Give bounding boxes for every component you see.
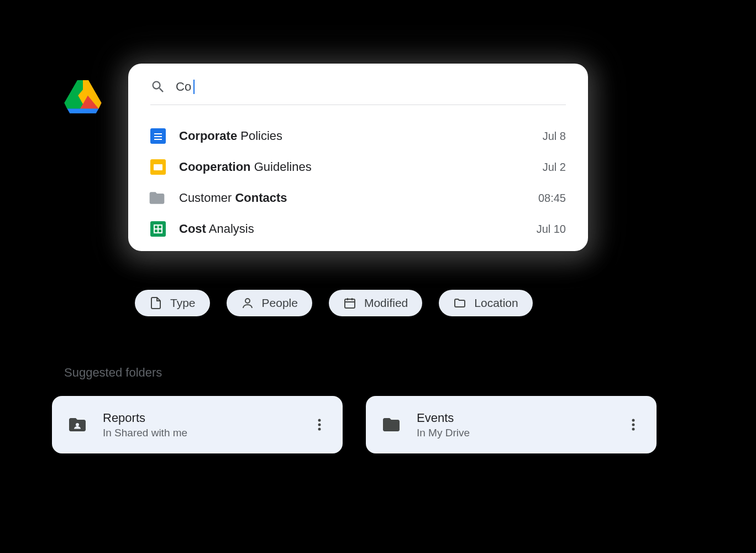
svg-point-0 <box>245 299 250 303</box>
svg-point-7 <box>318 424 321 426</box>
folder-card[interactable]: Reports In Shared with me <box>52 396 343 453</box>
more-options-button[interactable] <box>308 414 330 436</box>
more-options-button[interactable] <box>622 414 644 436</box>
folder-icon <box>381 415 401 435</box>
filter-chip-people[interactable]: People <box>227 290 312 316</box>
search-input[interactable]: Co <box>176 80 566 94</box>
svg-point-5 <box>76 423 79 426</box>
filter-chip-location[interactable]: Location <box>439 290 532 316</box>
result-title: Corporate Policies <box>179 129 543 143</box>
suggested-folders-heading: Suggested folders <box>64 366 162 380</box>
folder-location: In My Drive <box>417 427 622 439</box>
more-vert-icon <box>632 418 635 431</box>
svg-point-10 <box>632 424 635 426</box>
suggested-folder-cards: Reports In Shared with me Events In My D… <box>52 396 657 453</box>
text-cursor <box>193 80 195 94</box>
filter-chip-modified[interactable]: Modified <box>329 290 422 316</box>
filter-chip-type[interactable]: Type <box>135 290 210 316</box>
filter-chip-row: Type People Modified Location <box>135 290 533 316</box>
drive-logo-icon <box>64 80 102 113</box>
slides-icon <box>150 159 166 175</box>
result-title: Cost Analysis <box>179 222 537 236</box>
search-bar[interactable]: Co <box>150 79 566 105</box>
search-result-row[interactable]: Customer Contacts 08:45 <box>150 182 566 213</box>
docs-icon <box>150 128 166 144</box>
result-title: Cooperation Guidelines <box>179 160 543 174</box>
chip-label: People <box>262 296 298 310</box>
folder-name: Events <box>417 411 622 425</box>
search-result-row[interactable]: Cost Analysis Jul 10 <box>150 213 566 244</box>
search-result-row[interactable]: Corporate Policies Jul 8 <box>150 121 566 152</box>
folder-outline-icon <box>453 296 466 310</box>
folder-location: In Shared with me <box>103 427 308 439</box>
result-time: 08:45 <box>538 192 566 205</box>
svg-rect-1 <box>345 299 355 308</box>
result-time: Jul 10 <box>537 223 566 236</box>
file-icon <box>149 296 162 310</box>
svg-point-6 <box>318 419 321 422</box>
svg-point-9 <box>632 419 635 422</box>
folder-name: Reports <box>103 411 308 425</box>
search-icon <box>150 79 166 95</box>
shared-folder-icon <box>67 415 87 435</box>
folder-card[interactable]: Events In My Drive <box>366 396 657 453</box>
search-dropdown-panel: Co Corporate Policies Jul 8 Cooperation … <box>128 64 588 251</box>
svg-point-11 <box>632 428 635 431</box>
chip-label: Modified <box>364 296 408 310</box>
chip-label: Type <box>170 296 196 310</box>
search-result-row[interactable]: Cooperation Guidelines Jul 2 <box>150 152 566 182</box>
svg-point-8 <box>318 428 321 431</box>
calendar-icon <box>343 296 356 310</box>
folder-icon <box>150 190 166 206</box>
chip-label: Location <box>474 296 518 310</box>
result-time: Jul 8 <box>543 130 566 143</box>
sheets-icon <box>150 221 166 237</box>
more-vert-icon <box>318 418 321 431</box>
result-time: Jul 2 <box>543 161 566 174</box>
person-icon <box>241 296 254 310</box>
result-title: Customer Contacts <box>179 191 538 205</box>
search-query-text: Co <box>176 80 191 94</box>
